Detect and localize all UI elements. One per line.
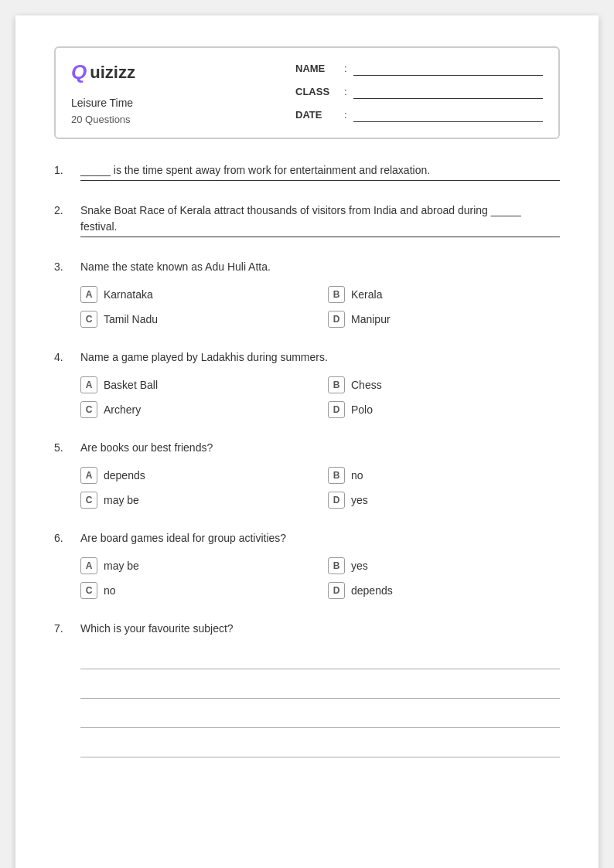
option-4-c[interactable]: C Archery [80,401,312,418]
question-6-number: 6. [54,530,73,544]
logo-q: Q [71,60,87,84]
option-6-d[interactable]: D depends [328,582,560,599]
option-3-c[interactable]: C Tamil Nadu [80,311,312,328]
question-5-options: A depends B no C may be D yes [54,467,560,509]
option-letter-5-b: B [328,467,345,484]
answer-line-3 [80,706,560,728]
option-letter-5-a: A [80,467,97,484]
name-input[interactable] [353,60,543,76]
date-field-row: DATE : [295,107,543,122]
quiz-title: Leisure Time [71,97,135,109]
logo: Q uizizz [71,60,135,84]
question-5: 5. Are books our best friends? A depends… [54,440,560,509]
option-letter-3-c: C [80,311,97,328]
answer-line-1 [80,648,560,669]
option-letter-5-d: D [328,492,345,509]
option-3-d[interactable]: D Manipur [328,311,560,328]
name-label: NAME [295,63,338,74]
question-2-number: 2. [54,203,73,216]
option-text-6-d: depends [351,584,393,597]
option-4-b[interactable]: B Chess [328,376,560,393]
date-label: DATE [295,109,338,121]
option-letter-4-c: C [80,401,97,418]
option-text-6-c: no [104,584,116,597]
question-6-header: 6. Are board games ideal for group activ… [54,530,560,546]
question-2: 2. Snake Boat Race of Kerala attract tho… [54,203,560,237]
option-text-4-c: Archery [104,403,141,416]
option-text-4-a: Basket Ball [104,379,158,391]
option-letter-6-a: A [80,557,97,574]
question-4-text: Name a game played by Ladakhis during su… [80,349,560,366]
logo-rest: uizizz [90,63,135,83]
name-field-row: NAME : [295,60,543,76]
question-3-header: 3. Name the state known as Adu Huli Atta… [54,259,560,275]
option-letter-3-d: D [328,311,345,328]
option-letter-6-d: D [328,582,345,599]
answer-line-4 [80,736,560,757]
question-2-underline [80,237,560,237]
question-1: 1. _____ is the time spent away from wor… [54,162,560,181]
option-6-b[interactable]: B yes [328,557,560,574]
option-5-d[interactable]: D yes [328,492,560,509]
question-7-text: Which is your favourite subject? [80,621,560,637]
option-text-4-d: Polo [351,403,373,416]
question-4-number: 4. [54,349,73,363]
question-6-text: Are board games ideal for group activiti… [80,530,560,546]
option-5-c[interactable]: C may be [80,492,312,509]
question-7-number: 7. [54,621,73,635]
question-7: 7. Which is your favourite subject? [54,621,560,757]
question-1-header: 1. _____ is the time spent away from wor… [54,162,560,181]
option-6-a[interactable]: A may be [80,557,312,574]
option-text-5-d: yes [351,494,368,506]
question-7-answer-lines [54,648,560,757]
option-text-4-b: Chess [351,379,382,391]
option-text-3-c: Tamil Nadu [104,313,158,325]
option-letter-5-c: C [80,492,97,509]
option-text-5-c: may be [104,494,139,506]
option-letter-4-d: D [328,401,345,418]
question-2-header: 2. Snake Boat Race of Kerala attract tho… [54,203,560,237]
quiz-page: Q uizizz Leisure Time 20 Questions NAME … [15,15,599,868]
option-text-6-a: may be [104,560,139,572]
question-4-options: A Basket Ball B Chess C Archery D Polo [54,376,560,418]
header-box: Q uizizz Leisure Time 20 Questions NAME … [54,46,560,139]
class-input[interactable] [353,83,543,99]
question-1-underline [80,180,560,181]
question-3-number: 3. [54,259,73,273]
option-6-c[interactable]: C no [80,582,312,599]
option-5-b[interactable]: B no [328,467,560,484]
option-5-a[interactable]: A depends [80,467,312,484]
header-right: NAME : CLASS : DATE : [295,60,543,122]
date-input[interactable] [353,107,543,122]
question-3-text: Name the state known as Adu Huli Atta. [80,259,560,275]
question-3: 3. Name the state known as Adu Huli Atta… [54,259,560,328]
option-text-3-d: Manipur [351,313,391,325]
questions-section: 1. _____ is the time spent away from wor… [54,162,560,757]
option-text-5-b: no [351,469,363,482]
question-5-text: Are books our best friends? [80,440,560,456]
option-letter-6-b: B [328,557,345,574]
option-text-6-b: yes [351,560,368,572]
option-letter-3-b: B [328,286,345,303]
quiz-subtitle: 20 Questions [71,114,135,125]
question-5-header: 5. Are books our best friends? [54,440,560,456]
option-letter-3-a: A [80,286,97,303]
class-label: CLASS [295,86,338,97]
option-4-d[interactable]: D Polo [328,401,560,418]
option-3-a[interactable]: A Karnataka [80,286,312,303]
option-4-a[interactable]: A Basket Ball [80,376,312,393]
option-3-b[interactable]: B Kerala [328,286,560,303]
question-1-number: 1. [54,162,73,176]
header-left: Q uizizz Leisure Time 20 Questions [71,60,135,125]
question-5-number: 5. [54,440,73,454]
question-4: 4. Name a game played by Ladakhis during… [54,349,560,418]
question-1-text: _____ is the time spent away from work f… [80,164,430,176]
option-text-5-a: depends [104,469,145,482]
option-letter-4-b: B [328,376,345,393]
option-text-3-b: Kerala [351,288,382,301]
option-letter-6-c: C [80,582,97,599]
question-6: 6. Are board games ideal for group activ… [54,530,560,599]
question-7-header: 7. Which is your favourite subject? [54,621,560,637]
class-field-row: CLASS : [295,83,543,99]
answer-line-2 [80,677,560,699]
